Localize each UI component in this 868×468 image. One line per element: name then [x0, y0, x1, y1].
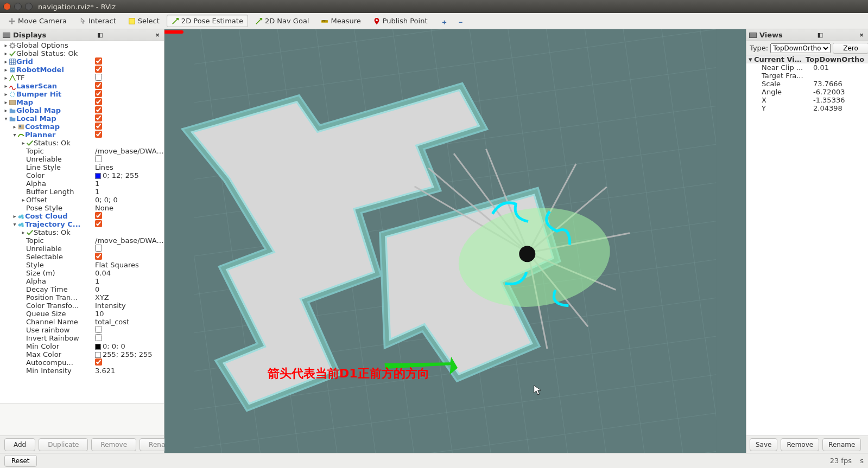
minus-icon[interactable]: －▾	[457, 17, 465, 25]
tree-row[interactable]: Decay Time0	[0, 285, 164, 293]
tree-row[interactable]: ▸Status: Ok	[0, 228, 164, 236]
property-checkbox[interactable]	[95, 334, 102, 341]
tree-row[interactable]: Line StyleLines	[0, 163, 164, 171]
tree-row[interactable]: Pose StyleNone	[0, 204, 164, 212]
save-view-button[interactable]: Save	[750, 438, 777, 451]
property-checkbox[interactable]	[95, 253, 102, 260]
plus-icon[interactable]: ＋	[441, 17, 448, 25]
undock-icon[interactable]: ◧	[816, 31, 824, 39]
property-checkbox[interactable]	[95, 155, 102, 162]
property-checkbox[interactable]	[95, 326, 102, 333]
undock-icon[interactable]: ◧	[96, 31, 104, 39]
property-value[interactable]: Intensity	[93, 302, 164, 310]
tree-row[interactable]: Topic/move_base/DWAPlan...	[0, 147, 164, 155]
property-value[interactable]: 1	[93, 179, 164, 188]
tree-row[interactable]: ▸Bumper Hit	[0, 90, 164, 98]
visibility-checkbox[interactable]	[95, 98, 102, 105]
property-value[interactable]: 1	[93, 188, 164, 196]
view-property-row[interactable]: Angle-6.72003	[746, 88, 868, 96]
minimize-window-button[interactable]	[14, 3, 22, 10]
views-tree[interactable]: ▾Current ViewTopDownOrtho ... ▸...Near C…	[746, 55, 868, 435]
nav-goal-button[interactable]: 2D Nav Goal	[250, 15, 314, 27]
visibility-checkbox[interactable]	[95, 106, 102, 113]
property-value[interactable]: XYZ	[93, 293, 164, 302]
property-value[interactable]: 3.621	[93, 367, 164, 375]
reset-button[interactable]: Reset	[4, 455, 37, 467]
visibility-checkbox[interactable]	[95, 123, 102, 130]
view-property-row[interactable]: Scale73.7666	[746, 80, 868, 88]
tree-row[interactable]: Color0; 12; 255	[0, 171, 164, 179]
view-type-select[interactable]: TopDownOrtho	[770, 43, 831, 53]
property-value[interactable]: 0.04	[93, 269, 164, 277]
property-value[interactable]: /move_base/DWAPlan...	[93, 236, 164, 245]
remove-button[interactable]: Remove	[91, 438, 136, 451]
visibility-checkbox[interactable]	[95, 74, 102, 81]
visibility-checkbox[interactable]	[95, 114, 102, 121]
tree-row[interactable]: ▸Costmap	[0, 123, 164, 131]
interact-button[interactable]: Interact	[74, 15, 121, 27]
property-value[interactable]: Flat Squares	[93, 261, 164, 269]
property-value[interactable]: total_cost	[93, 318, 164, 326]
property-value[interactable]: /move_base/DWAPlan...	[93, 147, 164, 155]
tree-row[interactable]: Queue Size10	[0, 310, 164, 318]
property-value[interactable]: 1	[93, 277, 164, 285]
tree-row[interactable]: ▸Grid	[0, 57, 164, 66]
property-checkbox[interactable]	[95, 245, 102, 252]
tree-row[interactable]: ▸LaserScan	[0, 82, 164, 90]
tree-row[interactable]: StyleFlat Squares	[0, 261, 164, 269]
tree-row[interactable]: Autocompu...	[0, 358, 164, 367]
tree-row[interactable]: Topic/move_base/DWAPlan...	[0, 236, 164, 245]
property-value[interactable]: 0; 0; 0	[93, 196, 164, 204]
duplicate-button[interactable]: Duplicate	[39, 438, 88, 451]
views-header[interactable]: Views ◧ ×	[746, 29, 868, 41]
tree-row[interactable]: Size (m)0.04	[0, 269, 164, 277]
tree-row[interactable]: Selectable	[0, 253, 164, 261]
view-property-row[interactable]: Y2.04398	[746, 104, 868, 112]
visibility-checkbox[interactable]	[95, 57, 102, 65]
close-window-button[interactable]	[3, 3, 11, 10]
property-value[interactable]: 10	[93, 310, 164, 318]
tree-row[interactable]: ▸Map	[0, 98, 164, 106]
tree-row[interactable]: ▸RobotModel	[0, 66, 164, 74]
tree-row[interactable]: Min Intensity3.621	[0, 367, 164, 375]
current-view-row[interactable]: ▾Current ViewTopDownOrtho ... ▸...	[746, 55, 868, 63]
tree-row[interactable]: ▾Local Map	[0, 114, 164, 123]
tree-row[interactable]: Color Transfo...Intensity	[0, 302, 164, 310]
add-button[interactable]: Add	[4, 438, 35, 451]
measure-button[interactable]: Measure	[316, 15, 365, 27]
tree-row[interactable]: ▸TF	[0, 74, 164, 82]
tree-row[interactable]: ▸Cost Cloud	[0, 212, 164, 220]
move-camera-button[interactable]: Move Camera	[3, 15, 72, 27]
visibility-checkbox[interactable]	[95, 220, 102, 227]
publish-point-button[interactable]: Publish Point	[368, 15, 433, 27]
property-value[interactable]: None	[93, 204, 164, 212]
tree-row[interactable]: Unreliable	[0, 245, 164, 253]
rename-view-button[interactable]: Rename	[822, 438, 861, 451]
maximize-window-button[interactable]	[25, 3, 33, 10]
zero-button[interactable]: Zero	[833, 43, 868, 54]
tree-row[interactable]: ▸Global Map	[0, 106, 164, 114]
pose-estimate-button[interactable]: 2D Pose Estimate	[167, 15, 248, 27]
tree-row[interactable]: ▸Status: Ok	[0, 139, 164, 147]
property-value[interactable]: Lines	[93, 163, 164, 171]
tree-row[interactable]: ▾Planner	[0, 131, 164, 139]
tree-row[interactable]: ▸Global Status: Ok	[0, 49, 164, 57]
tree-row[interactable]: Alpha1	[0, 277, 164, 285]
tree-row[interactable]: Position Tran...XYZ	[0, 293, 164, 302]
displays-header[interactable]: Displays ◧ ×	[0, 29, 164, 41]
visibility-checkbox[interactable]	[95, 131, 102, 138]
close-panel-icon[interactable]: ×	[154, 31, 161, 39]
remove-view-button[interactable]: Remove	[781, 438, 819, 451]
visibility-checkbox[interactable]	[95, 90, 102, 97]
tree-row[interactable]: Alpha1	[0, 179, 164, 188]
view-property-row[interactable]: X-1.35336	[746, 96, 868, 104]
tree-row[interactable]: Channel Nametotal_cost	[0, 318, 164, 326]
tree-row[interactable]: Max Color255; 255; 255	[0, 350, 164, 358]
tree-row[interactable]: ▸Global Options	[0, 41, 164, 49]
tree-row[interactable]: Buffer Length1	[0, 188, 164, 196]
view-property-row[interactable]: Target Fra...	[746, 72, 868, 80]
select-button[interactable]: Select	[123, 15, 164, 27]
tree-row[interactable]: ▾Trajectory C...	[0, 220, 164, 228]
displays-tree[interactable]: ▸Global Options▸Global Status: Ok▸Grid▸R…	[0, 41, 164, 403]
property-checkbox[interactable]	[95, 358, 102, 366]
